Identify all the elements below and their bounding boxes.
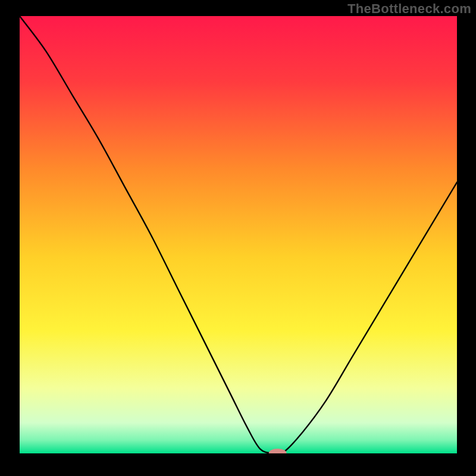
chart-frame: TheBottleneck.com bbox=[0, 0, 476, 476]
svg-point-1 bbox=[269, 449, 287, 453]
plot-area bbox=[20, 16, 457, 453]
optimal-point-marker bbox=[20, 16, 457, 453]
watermark-text: TheBottleneck.com bbox=[347, 1, 471, 17]
